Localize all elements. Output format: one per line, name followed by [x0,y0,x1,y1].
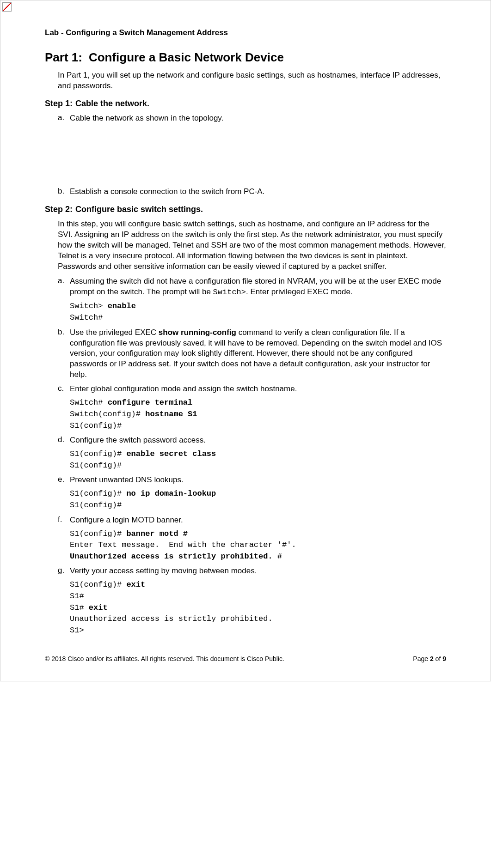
step1-prefix: Step 1: [45,99,73,108]
code-prompt: S1# [70,603,89,612]
code-command: banner motd # [126,529,188,538]
step1-list-cont: b. Establish a console connection to the… [58,187,446,197]
document-page: Lab - Configuring a Switch Management Ad… [0,0,491,681]
code-prompt: S1(config)# [70,489,126,498]
item-content: Assuming the switch did not have a confi… [70,276,446,323]
code-command: exit [89,603,108,612]
page-total: 9 [442,655,446,662]
item-letter: b. [58,328,70,381]
part-title: Configure a Basic Network Device [89,50,284,64]
item-content: Configure a login MOTD banner. S1(config… [70,515,446,563]
item-letter: a. [58,113,70,124]
step2-heading: Step 2:Configure basic switch settings. [45,205,446,214]
text: Configure a login MOTD banner. [70,516,183,524]
list-item: c. Enter global configuration mode and a… [58,384,446,431]
item-letter: g. [58,566,70,636]
item-content: Enter global configuration mode and assi… [70,384,446,431]
code-block: S1(config)# no ip domain-lookupS1(config… [70,488,446,511]
page-footer: © 2018 Cisco and/or its affiliates. All … [45,655,446,662]
code-block: S1(config)# exitS1#S1# exitUnauthorized … [70,579,446,636]
part-intro: In Part 1, you will set up the network a… [58,70,446,91]
item-content: Configure the switch password access. S1… [70,435,446,471]
step2-list: a. Assuming the switch did not have a co… [58,276,446,636]
inline-prompt: Switch> [213,288,246,297]
item-content: Verify your access setting by moving bet… [70,566,446,636]
page-label: Page [413,655,430,662]
step1-list: a. Cable the network as shown in the top… [58,113,446,124]
code-prompt: S1(config)# [70,449,126,458]
list-item: a. Assuming the switch did not have a co… [58,276,446,323]
item-letter: d. [58,435,70,471]
step2-intro: In this step, you will configure basic s… [58,219,446,272]
code-output: S1(config)# [70,420,446,432]
page-number: 2 [430,655,434,662]
broken-image-icon [2,2,12,12]
text: . Enter privileged EXEC mode. [246,287,353,296]
list-item: b. Use the privileged EXEC show running-… [58,328,446,381]
code-output: S1> [70,625,446,637]
text: Configure the switch password access. [70,436,206,444]
code-command: hostname S1 [145,410,197,419]
item-content: Prevent unwanted DNS lookups. S1(config)… [70,475,446,511]
item-letter: c. [58,384,70,431]
part-heading: Part 1:Configure a Basic Network Device [45,50,446,65]
footer-page-info: Page 2 of 9 [413,655,446,662]
item-text: Cable the network as shown in the topolo… [70,113,446,124]
code-block: Switch# configure terminalSwitch(config)… [70,397,446,431]
step1-title: Cable the network. [75,99,149,108]
code-output: Unauthorized access is strictly prohibit… [70,613,446,625]
code-command: Unauthorized access is strictly prohibit… [70,551,446,563]
inline-command: show running-config [159,328,236,337]
code-output: S1# [70,591,446,602]
item-letter: e. [58,475,70,511]
list-item: f. Configure a login MOTD banner. S1(con… [58,515,446,563]
code-command: enable [108,302,136,310]
code-block: Switch> enableSwitch# [70,301,446,323]
code-command: configure terminal [108,398,193,407]
text: Use the privileged EXEC [70,328,159,337]
code-prompt: S1(config)# [70,529,126,538]
code-block: S1(config)# enable secret classS1(config… [70,449,446,471]
code-block: S1(config)# banner motd #Enter Text mess… [70,528,446,563]
code-command: exit [126,580,145,589]
list-item: b. Establish a console connection to the… [58,187,446,197]
code-prompt: Switch> [70,302,108,310]
list-item: g. Verify your access setting by moving … [58,566,446,636]
code-prompt: S1(config)# [70,580,126,589]
code-output: S1(config)# [70,500,446,511]
code-command: enable secret class [126,449,216,458]
part-prefix: Part 1: [45,50,82,64]
code-prompt: Switch(config)# [70,410,145,419]
lab-title: Lab - Configuring a Switch Management Ad… [45,28,446,37]
step1-heading: Step 1:Cable the network. [45,99,446,109]
item-letter: b. [58,187,70,197]
list-item: d. Configure the switch password access.… [58,435,446,471]
code-prompt: Switch# [70,398,108,407]
item-text: Establish a console connection to the sw… [70,187,446,197]
code-command: no ip domain-lookup [126,489,216,498]
code-output: Switch# [70,312,446,324]
item-letter: f. [58,515,70,563]
of-label: of [434,655,442,662]
topology-placeholder [45,127,446,187]
item-letter: a. [58,276,70,323]
code-output: S1(config)# [70,460,446,472]
list-item: e. Prevent unwanted DNS lookups. S1(conf… [58,475,446,511]
text: Verify your access setting by moving bet… [70,566,257,575]
item-content: Use the privileged EXEC show running-con… [70,328,446,381]
footer-copyright: © 2018 Cisco and/or its affiliates. All … [45,655,284,662]
step2-title: Configure basic switch settings. [75,205,203,214]
list-item: a. Cable the network as shown in the top… [58,113,446,124]
step2-prefix: Step 2: [45,205,73,214]
text: Enter global configuration mode and assi… [70,384,297,393]
text: Prevent unwanted DNS lookups. [70,475,184,484]
code-output: Enter Text message. End with the charact… [70,540,446,551]
